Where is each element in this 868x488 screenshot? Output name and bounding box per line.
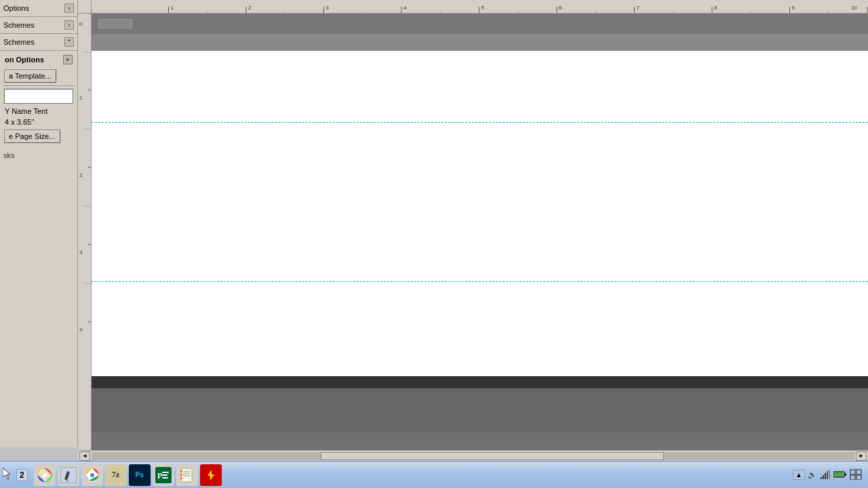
svg-marker-47 xyxy=(3,468,10,479)
doc-gray-header xyxy=(92,14,868,51)
svg-text:4: 4 xyxy=(79,327,83,333)
section-options-header[interactable]: Options › xyxy=(0,1,77,15)
vertical-ruler: 0 1 2 3 4 xyxy=(78,14,92,450)
guide-line-2 xyxy=(92,281,868,282)
tasks-area: sks xyxy=(0,148,77,447)
svg-rect-67 xyxy=(821,477,822,479)
template-button[interactable]: a Template... xyxy=(4,69,56,83)
section-options: Options › xyxy=(0,0,77,17)
horizontal-ruler: 1 2 3 4 5 6 7 8 xyxy=(78,0,868,14)
badge-number: 2 xyxy=(16,469,28,481)
taskbar-icon-photoshop[interactable]: Ps xyxy=(129,464,151,486)
svg-rect-78 xyxy=(856,475,861,480)
svg-rect-57 xyxy=(162,474,167,476)
section-schemes2-collapse[interactable]: ⌃ xyxy=(64,37,74,47)
svg-rect-60 xyxy=(180,470,182,472)
taskbar-icon-chrome[interactable] xyxy=(81,464,103,486)
doc-white-area xyxy=(92,51,868,376)
taskbar-icon-address-book[interactable] xyxy=(176,464,198,486)
editor-area: 1 2 3 4 5 6 7 8 xyxy=(78,0,868,461)
taskbar-icon-stylus[interactable] xyxy=(58,464,79,486)
status-icon-right xyxy=(850,469,862,481)
cursor-badge-area: 2 xyxy=(3,468,28,483)
svg-text:3: 3 xyxy=(79,249,83,256)
content-area: Options › Schemes › Schemes ⌃ xyxy=(0,0,868,461)
svg-rect-56 xyxy=(162,472,169,473)
section-options-collapse[interactable]: › xyxy=(64,3,74,13)
taskbar-icon-publisher[interactable]: P xyxy=(153,464,174,486)
scroll-track[interactable] xyxy=(92,452,854,460)
battery-icon[interactable] xyxy=(833,470,847,480)
svg-rect-59 xyxy=(181,468,192,482)
show-hidden-icons[interactable]: ▲ xyxy=(793,470,805,480)
svg-rect-69 xyxy=(825,473,826,479)
document-scroll-area[interactable] xyxy=(92,14,868,450)
page-size-button[interactable]: e Page Size... xyxy=(4,129,60,143)
tasks-label: sks xyxy=(3,151,15,159)
ruler-h-svg: 1 2 3 4 5 6 7 8 xyxy=(92,0,868,13)
canvas-wrapper: 0 1 2 3 4 xyxy=(78,14,868,450)
section-schemes1: Schemes › xyxy=(0,17,77,34)
svg-point-53 xyxy=(90,473,94,477)
creation-options-header: on Options × xyxy=(1,54,76,67)
svg-rect-32 xyxy=(78,14,92,434)
taskbar-icon-color-wheel[interactable] xyxy=(34,464,56,486)
ruler-corner xyxy=(78,0,92,14)
svg-text:1: 1 xyxy=(171,5,174,11)
svg-rect-77 xyxy=(850,475,855,480)
taskbar-icon-7zip[interactable]: 7z xyxy=(105,464,127,486)
svg-marker-66 xyxy=(208,470,214,481)
svg-rect-71 xyxy=(829,470,830,479)
svg-text:2: 2 xyxy=(248,5,252,11)
svg-text:5: 5 xyxy=(481,5,485,11)
svg-rect-70 xyxy=(827,471,828,479)
scroll-left-arrow[interactable]: ◄ xyxy=(79,451,90,461)
svg-text:10: 10 xyxy=(851,5,857,11)
taskbar-icon-flash[interactable] xyxy=(200,464,222,486)
doc-gray-footer xyxy=(92,388,868,432)
network-icon[interactable] xyxy=(820,469,831,481)
svg-text:7: 7 xyxy=(637,5,640,11)
section-schemes2-label: Schemes xyxy=(3,38,35,46)
creation-options-section: on Options × a Template... Y Name Tent 4… xyxy=(0,51,77,148)
left-panel: Options › Schemes › Schemes ⌃ xyxy=(0,0,78,447)
svg-text:P: P xyxy=(157,471,162,481)
svg-rect-74 xyxy=(834,472,843,476)
speaker-icon[interactable]: 🔊 xyxy=(808,470,817,479)
template-name-input[interactable] xyxy=(4,89,73,104)
taskbar-system-tray: ▲ 🔊 xyxy=(793,469,865,481)
template-name-line1: Y Name Tent xyxy=(1,106,76,117)
svg-text:0: 0 xyxy=(79,21,83,27)
svg-rect-61 xyxy=(180,474,182,476)
document-container xyxy=(92,14,868,450)
svg-rect-76 xyxy=(856,470,861,474)
cursor-icon xyxy=(3,468,15,483)
doc-separator-bar xyxy=(92,376,868,388)
svg-text:4: 4 xyxy=(403,5,407,11)
svg-rect-62 xyxy=(180,477,182,479)
scrollbar-horizontal: ◄ ► xyxy=(78,450,868,461)
creation-options-title: on Options xyxy=(5,56,44,64)
app-window: Options › Schemes › Schemes ⌃ xyxy=(0,0,868,488)
section-schemes2-header[interactable]: Schemes ⌃ xyxy=(0,35,77,49)
svg-rect-58 xyxy=(162,477,168,479)
scroll-right-arrow[interactable]: ► xyxy=(856,451,867,461)
svg-text:6: 6 xyxy=(559,5,562,11)
svg-text:2: 2 xyxy=(79,172,83,178)
section-schemes1-collapse[interactable]: › xyxy=(64,20,74,30)
svg-text:8: 8 xyxy=(714,5,717,11)
guide-line-1 xyxy=(92,122,868,123)
svg-rect-73 xyxy=(844,473,846,476)
template-name-line2: 4 x 3.65" xyxy=(1,117,76,127)
section-schemes1-label: Schemes xyxy=(3,21,35,29)
section-schemes2: Schemes ⌃ xyxy=(0,34,77,51)
taskbar: 2 xyxy=(0,461,868,488)
svg-text:3: 3 xyxy=(326,5,330,11)
section-schemes1-header[interactable]: Schemes › xyxy=(0,18,77,32)
creation-options-close[interactable]: × xyxy=(63,55,73,64)
section-options-label: Options xyxy=(3,4,29,12)
ruler-v-svg: 0 1 2 3 4 xyxy=(78,14,92,434)
svg-point-49 xyxy=(43,473,47,477)
scroll-thumb[interactable] xyxy=(321,452,664,460)
svg-text:9: 9 xyxy=(792,5,795,11)
